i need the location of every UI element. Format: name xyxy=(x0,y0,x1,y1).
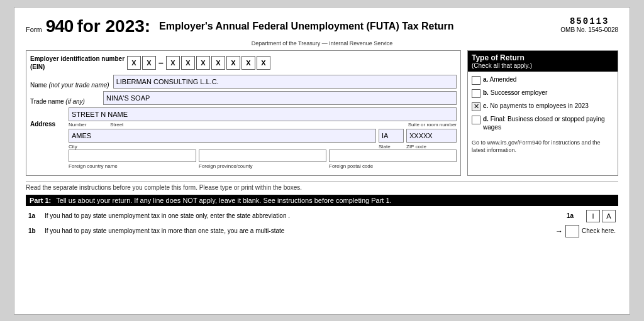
line-1b-text: If you had to pay state unemployment tax… xyxy=(45,227,552,235)
zip-input[interactable]: XXXXX xyxy=(406,129,457,143)
tor-text-a: a. Amended xyxy=(483,75,516,84)
ein-label: Employer identification number (EIN) xyxy=(30,55,125,71)
check-arrow-icon: → xyxy=(555,227,563,236)
main-body: Employer identification number (EIN) X X… xyxy=(26,50,618,176)
line-1a-ref: 1a xyxy=(567,212,582,219)
tor-checkbox-a[interactable] xyxy=(472,76,480,85)
sub-label-foreign-country: Foreign country name xyxy=(69,163,196,169)
barcode: 850113 xyxy=(570,16,609,26)
address-section: Address STREET N NAME Number Street Suit… xyxy=(30,107,457,169)
tor-header: Type of Return (Check all that apply.) xyxy=(468,51,618,72)
ein-dash: – xyxy=(158,58,164,68)
sub-label-city: City xyxy=(69,144,376,150)
name-label: Name (not your trade name) xyxy=(30,82,109,89)
line-1b-check-here: → Check here. xyxy=(555,225,616,237)
trade-name-label: Trade name (if any) xyxy=(30,98,99,105)
line-1b-checkbox[interactable] xyxy=(565,225,579,237)
city-state-row: AMES IA XXXXX xyxy=(69,129,457,143)
tor-item-d: d. Final: Business closed or stopped pay… xyxy=(472,115,614,131)
form-number: 940 xyxy=(46,16,74,36)
sub-label-suite: Suite or room number xyxy=(394,122,457,128)
sub-label-foreign-postal: Foreign postal code xyxy=(329,163,457,169)
ein-box-1[interactable]: X xyxy=(127,56,141,70)
foreign-postal-input[interactable] xyxy=(329,150,457,162)
ein-boxes: X X – X X X X X X X xyxy=(127,56,270,70)
city-input[interactable]: AMES xyxy=(69,129,376,143)
ein-box-7[interactable]: X xyxy=(226,56,240,70)
tor-item-c: ✕ c. No payments to employees in 2023 xyxy=(472,102,614,111)
ein-box-3[interactable]: X xyxy=(166,56,180,70)
part1-header: Part 1: Tell us about your return. If an… xyxy=(26,195,618,206)
tor-item-b: b. Successor employer xyxy=(472,89,614,98)
ein-row: Employer identification number (EIN) X X… xyxy=(30,55,457,71)
form-fields-panel: Employer identification number (EIN) X X… xyxy=(26,50,461,176)
address-sub-labels: Number Street Suite or room number xyxy=(69,122,457,128)
ein-box-4[interactable]: X xyxy=(181,56,195,70)
trade-name-input[interactable]: NINA'S SOAP xyxy=(103,91,457,105)
ein-box-6[interactable]: X xyxy=(211,56,225,70)
ein-box-5[interactable]: X xyxy=(196,56,210,70)
address-street-row: Address STREET N NAME Number Street Suit… xyxy=(30,107,457,128)
line-1a-box-1[interactable]: I xyxy=(586,210,600,222)
name-input[interactable]: LIBERMAN CONSULTING L.L.C. xyxy=(113,75,457,89)
address-label: Address xyxy=(30,121,65,128)
instructions-line: Read the separate instructions before yo… xyxy=(26,181,618,191)
omb-number: OMB No. 1545-0028 xyxy=(560,26,618,33)
line-1a-boxes: I A xyxy=(586,210,616,222)
sub-label-street: Street xyxy=(110,122,390,128)
sub-label-foreign-province: Foreign province/county xyxy=(199,163,326,169)
header-right: 850113 OMB No. 1545-0028 xyxy=(560,16,618,33)
name-row: Name (not your trade name) LIBERMAN CONS… xyxy=(30,75,457,89)
trade-name-row: Trade name (if any) NINA'S SOAP xyxy=(30,91,457,105)
tor-header-title: Type of Return xyxy=(472,53,614,62)
ein-box-2[interactable]: X xyxy=(142,56,156,70)
ein-box-8[interactable]: X xyxy=(242,56,255,70)
sub-label-state: State xyxy=(379,144,404,150)
tor-body: a. Amended b. Successor employer ✕ c. No… xyxy=(468,72,618,139)
check-here-label: Check here. xyxy=(582,227,616,234)
foreign-country-input[interactable] xyxy=(69,150,196,162)
foreign-sub-labels: Foreign country name Foreign province/co… xyxy=(69,163,457,169)
form-body: Employer identification number (EIN) X X… xyxy=(26,50,618,237)
ein-box-9[interactable]: X xyxy=(257,56,270,70)
form-subtitle: Department of the Treasury — Internal Re… xyxy=(26,40,618,46)
part1-description: Tell us about your return. If any line d… xyxy=(56,197,391,204)
line-1a-row: 1a If you had to pay state unemployment … xyxy=(26,210,618,222)
state-input[interactable]: IA xyxy=(379,129,404,143)
tor-checkbox-c[interactable]: ✕ xyxy=(472,102,480,111)
line-1a-text: If you had to pay state unemployment tax… xyxy=(45,212,563,220)
part1-label: Part 1: xyxy=(30,197,51,204)
tor-text-d: d. Final: Business closed or stopped pay… xyxy=(483,115,614,131)
tor-text-c: c. No payments to employees in 2023 xyxy=(483,102,589,110)
tor-checkbox-d[interactable] xyxy=(472,116,480,124)
sub-label-number: Number xyxy=(69,122,106,128)
foreign-row xyxy=(69,150,457,162)
line-1b-num: 1b xyxy=(28,227,41,234)
form-main-title: Employer's Annual Federal Unemployment (… xyxy=(159,20,453,32)
tor-item-a: a. Amended xyxy=(472,75,614,85)
form-prefix: Form xyxy=(26,26,42,33)
tor-footer: Go to www.irs.gov/Form940 for instructio… xyxy=(468,139,618,158)
form-title-left: Form 940 for 2023: Employer's Annual Fed… xyxy=(26,16,454,36)
type-of-return-panel: Type of Return (Check all that apply.) a… xyxy=(467,50,618,176)
line-1a-box-2[interactable]: A xyxy=(602,210,616,222)
form-header: Form 940 for 2023: Employer's Annual Fed… xyxy=(26,16,618,36)
tor-text-b: b. Successor employer xyxy=(483,89,547,97)
sub-label-zip: ZIP code xyxy=(406,144,457,150)
city-sub-labels: City State ZIP code xyxy=(69,144,457,150)
foreign-province-input[interactable] xyxy=(199,150,326,162)
line-1a-num: 1a xyxy=(28,212,41,219)
line-1b-row: 1b If you had to pay state unemployment … xyxy=(26,225,618,237)
form-940-page: Form 940 for 2023: Employer's Annual Fed… xyxy=(14,7,630,315)
address-street-field: STREET N NAME Number Street Suite or roo… xyxy=(69,107,457,128)
form-year: for 2023: xyxy=(77,16,150,36)
tor-header-sub: (Check all that apply.) xyxy=(472,62,614,69)
tor-checkbox-b[interactable] xyxy=(472,89,480,98)
address-street-input[interactable]: STREET N NAME xyxy=(69,107,457,121)
